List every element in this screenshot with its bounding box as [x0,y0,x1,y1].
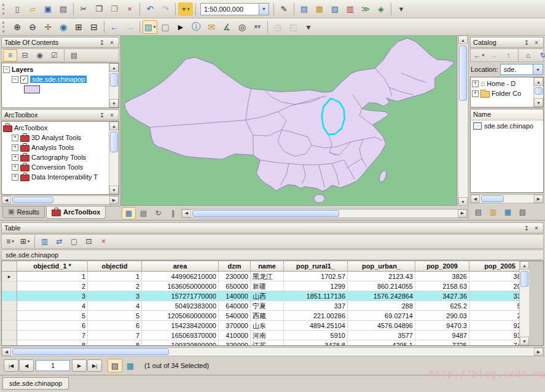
expand-icon[interactable] [12,154,18,161]
table-cell[interactable]: 5 [88,311,142,321]
measure-icon[interactable]: ∡ [219,20,234,34]
layer-visibility-checkbox[interactable] [20,76,28,84]
new-map-icon[interactable]: ▯ [10,2,25,16]
table-cell[interactable]: 3 [88,291,142,301]
open-map-icon[interactable]: ▱ [25,2,40,16]
table-cell[interactable]: 9248 [469,321,519,331]
toc-vscrollbar[interactable]: ▲ ▼ [109,63,119,108]
catalog-window-icon[interactable]: ▦ [312,2,327,16]
editor-toolbar-icon[interactable]: ✎ [276,2,291,16]
table-row[interactable]: ▸11449906210000230000黑龙江1702.572123.4338… [2,272,519,281]
arctoolbox-item[interactable]: Analysis Tools [3,143,109,152]
table-cell[interactable]: 288 [348,301,415,311]
catalog-preview-icon[interactable]: ▥ [486,206,500,218]
column-header[interactable]: dzm [219,261,251,272]
go-to-xy-icon[interactable]: XY [250,20,265,34]
forward-extent-icon[interactable]: → [122,20,137,34]
expand-icon[interactable] [12,174,18,181]
find-icon[interactable]: ◎ [235,20,249,34]
full-extent-icon[interactable]: ◉ [56,20,71,34]
row-selector-header[interactable] [2,261,17,272]
arctoolbox-item[interactable]: Cartography Tools [3,152,109,162]
table-cell[interactable]: 410000 [219,331,251,340]
table-cell[interactable]: 西藏 [251,311,284,321]
column-header[interactable]: name [251,261,284,272]
catalog-home-node[interactable]: ⌂ Home - D [472,79,533,88]
python-window-icon[interactable]: ≫ [358,2,373,16]
related-tables-icon[interactable]: ⊞▾ [18,235,32,248]
table-cell[interactable]: 1 [88,272,142,281]
first-record-button[interactable]: |◀ [4,359,18,372]
table-cell[interactable]: 宁夏 [251,301,284,311]
switch-selection-icon[interactable]: ⇄ [52,235,66,248]
select-elements-icon[interactable]: ► [173,20,188,34]
scrollbar-track[interactable] [11,196,109,204]
zoom-out-icon[interactable]: ⊖ [25,20,40,34]
table-cell[interactable]: 黑龙江 [251,272,284,281]
table-cell[interactable]: 9380 [469,331,519,340]
zoom-to-selected-icon[interactable]: ⊡ [82,235,96,248]
column-header[interactable]: pop_rural1_ [284,261,348,272]
delete-icon[interactable]: × [122,2,137,16]
toolbar-options-icon[interactable]: ▾ [394,2,409,16]
show-all-records-icon[interactable]: ▤ [108,359,122,372]
catalog-panel-header[interactable]: Catalog ↧ × [470,37,544,48]
layer-symbol-swatch[interactable] [24,85,40,93]
table-cell[interactable]: 7 [17,331,88,340]
arctoolbox-hscrollbar[interactable]: ◀ ▶ [1,195,119,205]
map-scale-combo[interactable]: 1:50,000,000 ▼ [200,3,269,15]
table-cell[interactable]: 山东 [251,321,284,331]
scrollbar-track[interactable] [11,348,534,356]
row-selector[interactable] [2,331,17,340]
table-cell[interactable]: 3820 [469,272,519,281]
table-cell[interactable]: 337 [284,301,348,311]
tab-arctoolbox[interactable]: ArcToolbox [46,206,106,219]
catalog-description-icon[interactable]: ▦ [501,206,515,218]
expand-icon[interactable] [472,90,479,97]
arctoolbox-item-label[interactable]: Conversion Tools [31,163,83,171]
arctoolbox-root[interactable]: ArcToolbox [3,123,109,133]
arctoolbox-vscrollbar[interactable]: ▲ ▼ [109,122,119,194]
table-cell[interactable]: 7475 [469,340,519,345]
toc-panel-header[interactable]: Table Of Contents ↧ × [1,37,119,48]
scroll-up-icon[interactable]: ▲ [520,261,529,270]
scrollbar-thumb[interactable] [110,73,118,87]
toc-layers-node[interactable]: Layers [3,65,109,74]
row-selector[interactable] [2,340,17,345]
table-cell[interactable]: 640000 [219,301,251,311]
table-cell[interactable]: 3427.36 [415,291,469,301]
redo-icon[interactable]: ↷ [158,2,173,16]
table-cell[interactable]: 3478.8 [284,340,348,345]
dropdown-arrow-icon[interactable]: ▾ [187,7,190,12]
collapse-icon[interactable] [12,76,18,83]
table-cell[interactable]: 3577 [348,331,415,340]
arctoolbox-item-label[interactable]: Data Interoperability T [31,173,98,181]
column-header[interactable]: pop_urban_ [348,261,415,272]
scrollbar-track[interactable] [480,195,534,203]
tab-results[interactable]: ▣ Results [2,206,45,218]
table-cell[interactable]: 277 [469,311,519,321]
table-cell[interactable]: 100320890000 [142,340,219,345]
table-cell[interactable]: 7725 [415,340,469,345]
catalog-folders-node[interactable]: Folder Co [472,88,533,98]
zoom-in-icon[interactable]: ⊕ [10,20,25,34]
dropdown-arrow-icon[interactable]: ▾ [154,25,156,29]
scrollbar-track[interactable] [534,86,543,98]
table-cell[interactable]: 1205060000000 [142,311,219,321]
table-cell[interactable]: 860.214055 [348,281,415,291]
catalog-home-label[interactable]: Home - D [487,80,516,87]
toc-layer-label[interactable]: sde.sde.chinapop [30,76,87,83]
print-icon[interactable]: ▤ [56,2,71,16]
scrollbar-thumb[interactable] [535,87,543,95]
pin-icon[interactable]: ↧ [98,111,106,119]
table-cell[interactable]: 7 [88,331,142,340]
map-vscrollbar[interactable]: ▲ ▼ [458,36,468,206]
expand-icon[interactable] [472,80,479,87]
select-by-attributes-icon[interactable]: ▥ [37,235,52,248]
collapse-icon[interactable] [3,66,10,73]
scrollbar-track[interactable] [109,130,119,186]
table-cell[interactable]: 2 [17,281,88,291]
search-window-icon[interactable]: ▧ [327,2,342,16]
table-cell[interactable]: 625.2 [415,301,469,311]
table-cell[interactable]: 290.03 [415,311,469,321]
